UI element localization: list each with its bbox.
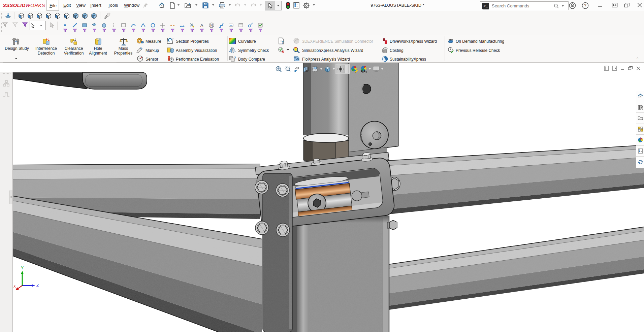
redo-button[interactable] bbox=[249, 1, 257, 9]
annotation-views-icon[interactable] bbox=[311, 65, 320, 73]
graphics-area[interactable]: Y Z X bbox=[0, 63, 644, 332]
taskpane-home-tab[interactable] bbox=[636, 91, 644, 102]
costing-button[interactable]: Costing bbox=[390, 48, 404, 53]
body-compare-button[interactable]: Body Compare bbox=[238, 57, 265, 62]
filter-balloons-icon[interactable]: N bbox=[207, 21, 216, 34]
filter-sketch-segments-icon[interactable] bbox=[139, 21, 148, 34]
normal-to-icon[interactable] bbox=[4, 12, 12, 20]
sensor-icon[interactable] bbox=[136, 55, 144, 62]
assembly-visualization-button[interactable]: Assembly Visualization bbox=[176, 48, 217, 53]
save-button[interactable] bbox=[201, 1, 210, 9]
symmetry-check-button[interactable]: Symmetry Check bbox=[238, 48, 269, 53]
menu-file[interactable]: File bbox=[46, 0, 59, 11]
on-demand-manufacturing-button[interactable]: On Demand Manufacturing bbox=[456, 39, 504, 44]
measure-icon[interactable] bbox=[136, 37, 144, 44]
settings-dropdown[interactable] bbox=[313, 4, 315, 6]
pin-menu-icon[interactable] bbox=[143, 3, 148, 8]
filter-clear-icon[interactable] bbox=[12, 21, 19, 28]
taskpane-custom-properties-tab[interactable] bbox=[636, 146, 644, 157]
minimize-window-button[interactable] bbox=[597, 1, 604, 8]
bottom-view-icon[interactable] bbox=[62, 12, 71, 20]
hole-alignment-button[interactable]: HoleAlignment bbox=[84, 46, 112, 56]
taskpane-file-explorer-tab[interactable] bbox=[636, 113, 644, 124]
show-feature-pane-button[interactable] bbox=[604, 66, 609, 71]
curvature-icon[interactable] bbox=[228, 37, 236, 44]
filter-faces-icon[interactable] bbox=[80, 21, 89, 34]
filter-datums-icon[interactable] bbox=[227, 21, 235, 34]
display-style-dropdown[interactable] bbox=[345, 65, 350, 73]
filter-solid-bodies-icon[interactable] bbox=[100, 21, 108, 34]
right-view-icon[interactable] bbox=[44, 12, 53, 20]
lasso-select-icon[interactable] bbox=[48, 22, 55, 29]
apply-scene-icon[interactable] bbox=[359, 65, 368, 73]
panel-splitter-tab[interactable] bbox=[9, 191, 13, 204]
costing-icon[interactable] bbox=[382, 46, 388, 54]
new-document-button[interactable] bbox=[168, 1, 176, 9]
options-list-icon[interactable] bbox=[292, 1, 300, 9]
restore-window-button[interactable] bbox=[624, 2, 631, 9]
taskpane-design-library-tab[interactable] bbox=[636, 124, 644, 135]
3dexperience-connector-button[interactable]: 3DEXPERIENCE Simulation Connector bbox=[302, 39, 373, 44]
taskpane-appearances-tab[interactable] bbox=[636, 135, 644, 146]
select-tool-expanded[interactable] bbox=[30, 21, 46, 30]
curvature-button[interactable]: Curvature bbox=[238, 39, 256, 44]
filter-edges-icon[interactable] bbox=[70, 21, 79, 34]
apply-scene-dropdown[interactable] bbox=[368, 68, 372, 70]
print-dropdown[interactable] bbox=[229, 4, 231, 6]
menu-insert[interactable]: Insert bbox=[88, 0, 104, 11]
select-arrow-icon[interactable] bbox=[265, 1, 275, 10]
view-settings-icon[interactable] bbox=[372, 65, 381, 73]
home-button[interactable] bbox=[158, 1, 166, 9]
open-dropdown[interactable] bbox=[195, 4, 197, 6]
minimize-document-button[interactable] bbox=[620, 66, 625, 71]
interference-detection-icon[interactable] bbox=[41, 37, 52, 47]
sensor-button[interactable]: Sensor bbox=[146, 57, 158, 62]
dimetric-view-icon[interactable] bbox=[90, 12, 98, 20]
3dexperience-connector-icon[interactable] bbox=[292, 37, 300, 44]
view-settings-dropdown[interactable] bbox=[381, 68, 384, 70]
assembly-visualization-icon[interactable] bbox=[167, 46, 174, 53]
menu-window[interactable]: Window bbox=[121, 0, 142, 11]
view-orientation-dropdown[interactable] bbox=[332, 68, 335, 70]
markup-button[interactable]: Markup bbox=[146, 48, 159, 53]
isometric-view-icon[interactable] bbox=[71, 12, 80, 20]
close-window-button[interactable] bbox=[637, 2, 644, 9]
edit-appearance-icon[interactable] bbox=[350, 65, 359, 73]
section-properties-button[interactable]: Section Properties bbox=[176, 39, 209, 44]
tube-lower-right[interactable] bbox=[389, 227, 644, 310]
whats-wrong-icon[interactable]: ? bbox=[278, 37, 285, 44]
sustainabilityxpress-icon[interactable] bbox=[382, 55, 388, 62]
undo-dropdown[interactable] bbox=[244, 4, 246, 6]
filter-center-marks-icon[interactable] bbox=[158, 21, 167, 34]
top-view-icon[interactable] bbox=[53, 12, 62, 20]
clear-all-filters-icon[interactable] bbox=[256, 21, 265, 34]
show-task-pane-button[interactable] bbox=[612, 66, 617, 71]
display-style-button[interactable] bbox=[335, 64, 350, 74]
pivot-boss-disc[interactable] bbox=[361, 121, 388, 149]
filter-planes-icon[interactable] bbox=[119, 21, 128, 34]
login-user-icon[interactable] bbox=[569, 2, 576, 9]
close-document-button[interactable] bbox=[636, 66, 641, 71]
front-clamp-plate[interactable] bbox=[263, 173, 292, 332]
floxpress-icon[interactable] bbox=[292, 55, 300, 62]
filter-vertices-icon[interactable] bbox=[61, 21, 69, 34]
performance-evaluation-button[interactable]: Performance Evaluation bbox=[176, 57, 219, 62]
display-style-eye-icon[interactable] bbox=[336, 65, 345, 73]
previous-release-check-button[interactable]: Previous Release Check bbox=[456, 48, 500, 53]
zoom-to-area-icon[interactable] bbox=[283, 65, 292, 73]
filter-blocks-icon[interactable] bbox=[236, 21, 245, 34]
sustainabilityxpress-button[interactable]: SustainabilityXpress bbox=[390, 57, 426, 62]
settings-gear-icon[interactable] bbox=[302, 1, 310, 9]
filter-dimensions-icon[interactable] bbox=[178, 21, 187, 34]
screwdriver-icon[interactable] bbox=[103, 12, 111, 20]
on-demand-manufacturing-icon[interactable] bbox=[447, 37, 454, 44]
front-view-icon[interactable] bbox=[17, 12, 26, 20]
step-feature-icon[interactable] bbox=[2, 90, 10, 98]
search-dropdown[interactable] bbox=[562, 5, 564, 7]
toolbar-grip[interactable] bbox=[1, 13, 2, 19]
traffic-light-icon[interactable] bbox=[284, 1, 292, 9]
save-dropdown[interactable] bbox=[212, 4, 214, 6]
search-input[interactable] bbox=[492, 2, 546, 10]
annotation-views-dropdown[interactable] bbox=[320, 68, 323, 70]
driveworksxpress-icon[interactable] bbox=[382, 37, 388, 44]
